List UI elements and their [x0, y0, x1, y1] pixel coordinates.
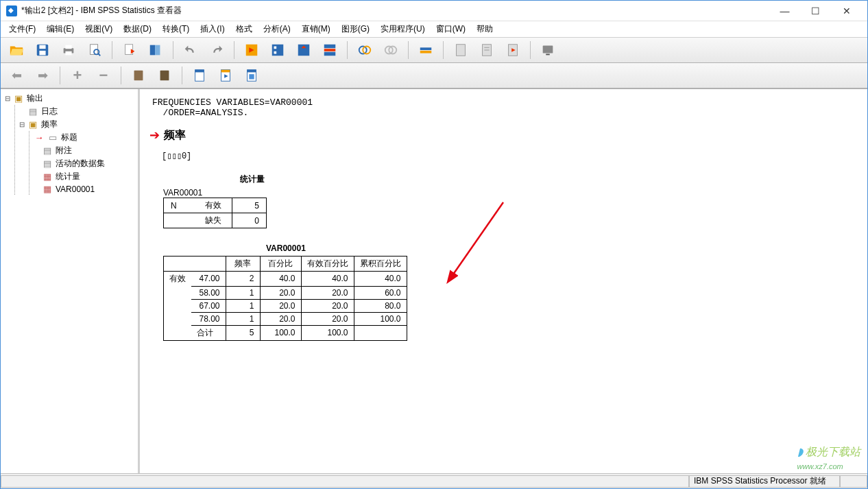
svg-rect-41	[249, 74, 254, 79]
app-window: *输出2 [文档2] - IBM SPSS Statistics 查看器 — ☐…	[0, 0, 868, 489]
print-icon[interactable]	[57, 40, 80, 60]
outline-tree[interactable]: ⊟ ▣ 输出 ▤ 日志 ⊟ ▣ 频率 → ▭	[1, 89, 140, 473]
menu-edit[interactable]: 编辑(E)	[41, 22, 80, 36]
svg-rect-19	[324, 52, 336, 56]
variables-icon[interactable]	[292, 40, 315, 60]
menu-transform[interactable]: 转换(T)	[157, 22, 195, 36]
menu-graphs[interactable]: 图形(G)	[336, 22, 375, 36]
tree-stats[interactable]: ▦ 统计量	[32, 170, 135, 183]
status-right	[840, 475, 867, 488]
svg-rect-26	[457, 45, 466, 56]
svg-rect-25	[420, 51, 432, 53]
svg-rect-14	[274, 47, 277, 49]
svg-line-42	[448, 202, 503, 281]
svg-rect-10	[150, 45, 155, 56]
stats-title: 统计量	[197, 174, 307, 185]
tree-active[interactable]: ▤ 活动的数据集	[32, 157, 135, 170]
undo-icon[interactable]	[179, 40, 202, 60]
menu-analyze[interactable]: 分析(A)	[258, 22, 296, 36]
venn-gray-icon[interactable]	[379, 40, 402, 60]
svg-rect-34	[160, 71, 169, 81]
stats-n-label: N	[164, 198, 198, 213]
table-row: 58.00 1 20.0 20.0 60.0	[164, 286, 407, 299]
svg-rect-11	[155, 45, 160, 56]
page2-icon[interactable]	[214, 65, 237, 86]
svg-rect-36	[195, 70, 204, 73]
statusbar: IBM SPSS Statistics Processor 就绪	[1, 473, 867, 488]
menu-help[interactable]: 帮助	[471, 22, 498, 36]
tree-notes[interactable]: ▤ 附注	[32, 144, 135, 157]
doc1-icon[interactable]	[449, 40, 472, 60]
venn-icon[interactable]	[353, 40, 376, 60]
export-icon[interactable]	[118, 40, 141, 60]
menu-format[interactable]: 格式	[230, 22, 258, 36]
svg-rect-40	[248, 70, 256, 73]
tree-var[interactable]: ▦ VAR00001	[32, 183, 135, 195]
book2-icon[interactable]	[153, 65, 176, 86]
ruler-icon[interactable]	[414, 40, 437, 60]
tree-root[interactable]: ⊟ ▣ 输出	[3, 92, 135, 105]
menu-direct[interactable]: 直销(M)	[296, 22, 336, 36]
collapse-icon[interactable]: −	[92, 65, 115, 86]
menu-window[interactable]: 窗口(W)	[431, 22, 471, 36]
tree-freq[interactable]: ⊟ ▣ 频率	[18, 118, 135, 131]
svg-rect-5	[65, 51, 71, 56]
freq-table[interactable]: 频率 百分比 有效百分比 累积百分比 有效 47.00 2 40.0 40.0 …	[163, 256, 407, 341]
stats-missing-label: 缺失	[198, 213, 232, 228]
svg-rect-38	[221, 70, 230, 73]
doc-run-icon[interactable]	[501, 40, 525, 60]
save-icon[interactable]	[31, 40, 54, 60]
select-cases-icon[interactable]	[318, 40, 341, 60]
output-panel[interactable]: FREQUENCIES VARIABLES=VAR00001 /ORDER=AN…	[140, 89, 867, 473]
stats-icon: ▦	[42, 171, 53, 182]
stats-valid-label: 有效	[198, 198, 232, 213]
output-folder-icon: ▣	[13, 93, 24, 104]
goto-case-icon[interactable]	[266, 40, 289, 60]
book1-icon[interactable]	[127, 65, 150, 86]
menu-file[interactable]: 文件(F)	[3, 22, 41, 36]
close-button[interactable]: ✕	[831, 1, 862, 21]
back-icon[interactable]: ⬅	[5, 65, 28, 86]
redo-icon[interactable]	[205, 40, 228, 60]
table-row: 67.00 1 20.0 20.0 80.0	[164, 299, 407, 312]
dialog-recall-icon[interactable]	[144, 40, 167, 60]
stats-table[interactable]: N 有效 5 缺失 0	[163, 198, 267, 228]
svg-rect-1	[39, 45, 45, 49]
menu-data[interactable]: 数据(D)	[118, 22, 157, 36]
tree-log[interactable]: ▤ 日志	[18, 105, 135, 118]
open-icon[interactable]	[5, 40, 28, 60]
toolbar-main	[1, 38, 867, 63]
svg-rect-31	[543, 46, 553, 53]
svg-rect-18	[324, 49, 336, 51]
menu-insert[interactable]: 插入(I)	[195, 22, 230, 36]
svg-rect-4	[65, 45, 71, 49]
notes-icon: ▤	[42, 145, 53, 156]
page3-icon[interactable]	[240, 65, 263, 86]
print-preview-icon[interactable]	[83, 40, 106, 60]
goto-data-icon[interactable]	[240, 40, 263, 60]
maximize-button[interactable]: ☐	[800, 1, 831, 21]
screen-icon[interactable]	[536, 40, 559, 60]
menu-utilities[interactable]: 实用程序(U)	[375, 22, 431, 36]
svg-rect-2	[39, 51, 45, 55]
var-icon: ▦	[42, 184, 53, 194]
menubar: 文件(F) 编辑(E) 视图(V) 数据(D) 转换(T) 插入(I) 格式 分…	[1, 21, 867, 38]
section-header: ➔ 频率	[149, 128, 858, 143]
freq-header-row: 频率 百分比 有效百分比 累积百分比	[164, 257, 407, 272]
svg-rect-24	[420, 47, 432, 50]
window-title: *输出2 [文档2] - IBM SPSS Statistics 查看器	[21, 5, 769, 16]
minimize-button[interactable]: —	[769, 1, 800, 21]
expand-icon[interactable]: +	[66, 65, 89, 86]
svg-rect-13	[272, 45, 284, 56]
forward-icon[interactable]: ➡	[31, 65, 54, 86]
tree-title[interactable]: → ▭ 标题	[32, 131, 135, 144]
doc2-icon[interactable]	[475, 40, 498, 60]
page1-icon[interactable]	[188, 65, 211, 86]
svg-rect-17	[324, 45, 336, 49]
freq-total-row: 合计 5 100.0 100.0	[164, 325, 407, 340]
section-arrow-icon: ➔	[149, 128, 160, 143]
app-icon	[6, 5, 17, 16]
status-processor: IBM SPSS Statistics Processor 就绪	[689, 475, 840, 488]
section-heading: 频率	[164, 128, 186, 143]
menu-view[interactable]: 视图(V)	[80, 22, 118, 36]
